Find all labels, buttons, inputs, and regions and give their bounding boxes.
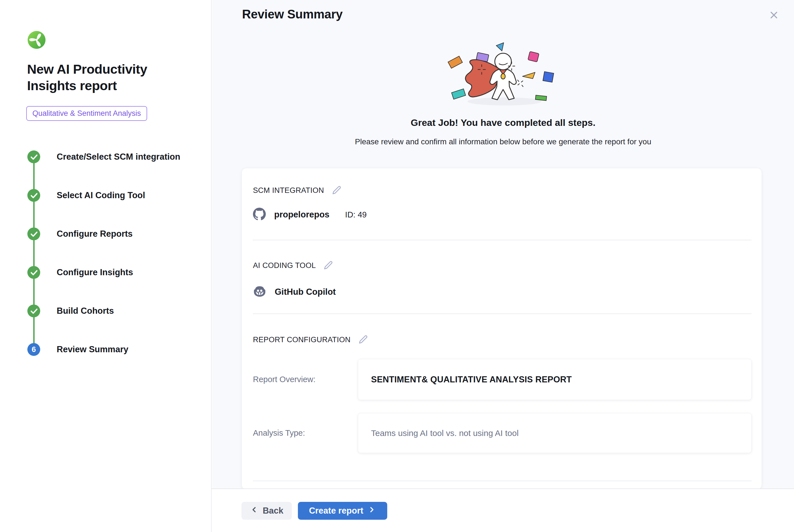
github-icon xyxy=(253,208,266,222)
report-configuration-section-header: REPORT CONFIGURATION xyxy=(253,335,752,344)
divider xyxy=(253,240,752,240)
back-button[interactable]: Back xyxy=(242,502,292,520)
step-label: Select AI Coding Tool xyxy=(57,190,145,201)
ai-coding-tool-label: AI CODING TOOL xyxy=(253,261,316,270)
report-overview-value: SENTIMENT& QUALITATIVE ANALYSIS REPORT xyxy=(371,375,572,385)
step-check-icon xyxy=(27,227,40,240)
wizard-footer: Back Create report xyxy=(212,489,794,532)
scm-integration-row: propelorepos ID: 49 xyxy=(253,208,752,221)
step-label: Configure Reports xyxy=(57,229,133,239)
step-label: Review Summary xyxy=(57,344,128,355)
github-copilot-icon xyxy=(253,286,266,298)
step-check-icon xyxy=(27,266,40,279)
analysis-type-label: Analysis Type: xyxy=(253,429,358,438)
back-button-label: Back xyxy=(263,506,283,516)
divider xyxy=(253,314,752,314)
ai-coding-tool-name: GitHub Copilot xyxy=(275,287,336,297)
step-configure-reports[interactable]: Configure Reports xyxy=(27,227,201,240)
analysis-type-row: Analysis Type: Teams using AI tool vs. n… xyxy=(253,413,752,453)
report-configuration-label: REPORT CONFIGURATION xyxy=(253,336,351,344)
congrats-heading: Great Job! You have completed all steps. xyxy=(212,117,794,128)
celebration-illustration xyxy=(212,42,794,111)
ai-coding-tool-section-header: AI CODING TOOL xyxy=(253,261,752,270)
report-wizard-title: New AI Productivity Insights report xyxy=(27,61,175,94)
edit-pencil-icon[interactable] xyxy=(324,261,333,270)
step-check-icon xyxy=(27,189,40,202)
step-check-icon xyxy=(27,305,40,317)
scm-integration-id: ID: 49 xyxy=(345,210,366,220)
scm-integration-section-header: SCM INTEGRATION xyxy=(253,186,752,195)
step-check-icon xyxy=(27,150,40,163)
step-select-ai-coding-tool[interactable]: Select AI Coding Tool xyxy=(27,189,201,202)
wizard-sidebar: New AI Productivity Insights report Qual… xyxy=(0,0,212,532)
scm-integration-name: propelorepos xyxy=(274,210,329,220)
review-summary-panel: Review Summary xyxy=(212,0,794,532)
step-review-summary[interactable]: 6 Review Summary xyxy=(27,343,201,356)
step-number-badge: 6 xyxy=(27,343,40,356)
chevron-right-icon xyxy=(368,506,376,516)
step-create-select-scm-integration[interactable]: Create/Select SCM integration xyxy=(27,150,201,163)
report-overview-value-box: SENTIMENT& QUALITATIVE ANALYSIS REPORT xyxy=(358,359,752,400)
ai-coding-tool-row: GitHub Copilot xyxy=(253,285,752,299)
create-report-button[interactable]: Create report xyxy=(298,502,387,520)
step-label: Configure Insights xyxy=(57,267,133,278)
report-overview-label: Report Overview: xyxy=(253,375,358,384)
step-label: Build Cohorts xyxy=(57,306,114,316)
propeller-logo-icon xyxy=(27,31,46,49)
divider xyxy=(253,481,752,481)
create-report-button-label: Create report xyxy=(309,506,363,516)
stepper-rail xyxy=(33,157,35,350)
analysis-type-value: Teams using AI tool vs. not using AI too… xyxy=(371,429,519,438)
report-overview-row: Report Overview: SENTIMENT& QUALITATIVE … xyxy=(253,359,752,400)
report-type-badge: Qualitative & Sentiment Analysis xyxy=(26,106,147,121)
edit-pencil-icon[interactable] xyxy=(332,186,341,195)
page-title: Review Summary xyxy=(242,7,343,21)
step-configure-insights[interactable]: Configure Insights xyxy=(27,266,201,279)
analysis-type-value-box: Teams using AI tool vs. not using AI too… xyxy=(358,413,752,453)
scm-integration-label: SCM INTEGRATION xyxy=(253,186,324,195)
step-build-cohorts[interactable]: Build Cohorts xyxy=(27,305,201,317)
congrats-subheading: Please review and confirm all informatio… xyxy=(212,137,794,146)
chevron-left-icon xyxy=(250,506,258,516)
wizard-stepper: Create/Select SCM integration Select AI … xyxy=(27,150,201,356)
edit-pencil-icon[interactable] xyxy=(358,335,368,344)
close-icon[interactable] xyxy=(768,10,779,21)
step-label: Create/Select SCM integration xyxy=(57,152,181,162)
summary-card: SCM INTEGRATION propelorepos ID: 49 AI C… xyxy=(242,168,762,489)
